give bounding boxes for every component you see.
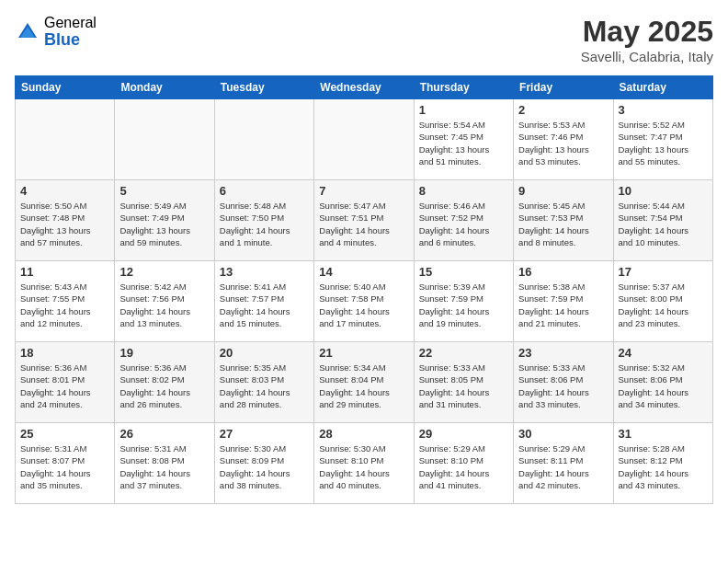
table-row: 10Sunrise: 5:44 AM Sunset: 7:54 PM Dayli… [613,180,712,261]
day-number: 21 [319,346,408,360]
table-row: 16Sunrise: 5:38 AM Sunset: 7:59 PM Dayli… [514,261,613,342]
table-row: 17Sunrise: 5:37 AM Sunset: 8:00 PM Dayli… [613,261,712,342]
day-number: 25 [20,427,109,441]
col-tuesday: Tuesday [214,76,313,99]
logo-icon [15,19,40,45]
table-row: 1Sunrise: 5:54 AM Sunset: 7:45 PM Daylig… [414,99,513,180]
table-row: 23Sunrise: 5:33 AM Sunset: 8:06 PM Dayli… [514,342,613,423]
day-info: Sunrise: 5:33 AM Sunset: 8:06 PM Dayligh… [518,362,608,410]
table-row: 25Sunrise: 5:31 AM Sunset: 8:07 PM Dayli… [16,423,115,504]
day-number: 28 [319,427,408,441]
table-row: 5Sunrise: 5:49 AM Sunset: 7:49 PM Daylig… [115,180,214,261]
col-thursday: Thursday [414,76,513,99]
col-saturday: Saturday [613,76,712,99]
day-info: Sunrise: 5:33 AM Sunset: 8:05 PM Dayligh… [419,362,508,410]
day-number: 2 [518,103,608,117]
day-number: 23 [518,346,608,360]
header: General Blue May 2025 Savelli, Calabria,… [15,15,713,64]
day-info: Sunrise: 5:38 AM Sunset: 7:59 PM Dayligh… [518,281,608,329]
day-number: 12 [119,265,209,279]
day-info: Sunrise: 5:47 AM Sunset: 7:51 PM Dayligh… [319,200,408,248]
table-row: 22Sunrise: 5:33 AM Sunset: 8:05 PM Dayli… [414,342,513,423]
calendar-week-2: 4Sunrise: 5:50 AM Sunset: 7:48 PM Daylig… [16,180,713,261]
day-info: Sunrise: 5:40 AM Sunset: 7:58 PM Dayligh… [319,281,408,329]
calendar-subtitle: Savelli, Calabria, Italy [581,49,713,64]
day-info: Sunrise: 5:53 AM Sunset: 7:46 PM Dayligh… [518,119,608,167]
day-info: Sunrise: 5:49 AM Sunset: 7:49 PM Dayligh… [119,200,209,248]
day-info: Sunrise: 5:36 AM Sunset: 8:02 PM Dayligh… [119,362,209,410]
table-row: 28Sunrise: 5:30 AM Sunset: 8:10 PM Dayli… [314,423,414,504]
table-row: 7Sunrise: 5:47 AM Sunset: 7:51 PM Daylig… [314,180,414,261]
calendar-table: Sunday Monday Tuesday Wednesday Thursday… [15,75,713,504]
day-number: 16 [518,265,608,279]
logo: General Blue [15,15,97,49]
table-row: 12Sunrise: 5:42 AM Sunset: 7:56 PM Dayli… [115,261,214,342]
logo-text: General Blue [44,15,97,49]
day-info: Sunrise: 5:31 AM Sunset: 8:08 PM Dayligh… [119,442,209,491]
table-row: 15Sunrise: 5:39 AM Sunset: 7:59 PM Dayli… [414,261,513,342]
logo-blue: Blue [44,31,97,50]
table-row [314,99,414,180]
day-info: Sunrise: 5:37 AM Sunset: 8:00 PM Dayligh… [619,281,708,329]
day-number: 31 [619,427,708,441]
table-row: 18Sunrise: 5:36 AM Sunset: 8:01 PM Dayli… [16,342,115,423]
day-info: Sunrise: 5:46 AM Sunset: 7:52 PM Dayligh… [419,200,508,248]
table-row: 6Sunrise: 5:48 AM Sunset: 7:50 PM Daylig… [214,180,313,261]
day-number: 24 [619,346,708,360]
table-row: 3Sunrise: 5:52 AM Sunset: 7:47 PM Daylig… [613,99,712,180]
day-info: Sunrise: 5:50 AM Sunset: 7:48 PM Dayligh… [20,200,109,248]
day-info: Sunrise: 5:29 AM Sunset: 8:10 PM Dayligh… [419,442,508,491]
col-sunday: Sunday [16,76,115,99]
day-info: Sunrise: 5:28 AM Sunset: 8:12 PM Dayligh… [619,442,708,491]
table-row: 26Sunrise: 5:31 AM Sunset: 8:08 PM Dayli… [115,423,214,504]
table-row: 21Sunrise: 5:34 AM Sunset: 8:04 PM Dayli… [314,342,414,423]
day-info: Sunrise: 5:41 AM Sunset: 7:57 PM Dayligh… [220,281,309,329]
day-info: Sunrise: 5:29 AM Sunset: 8:11 PM Dayligh… [518,442,608,491]
table-row: 27Sunrise: 5:30 AM Sunset: 8:09 PM Dayli… [214,423,313,504]
day-number: 8 [419,184,508,198]
table-row [16,99,115,180]
table-row: 30Sunrise: 5:29 AM Sunset: 8:11 PM Dayli… [514,423,613,504]
day-number: 11 [20,265,109,279]
table-row [115,99,214,180]
day-info: Sunrise: 5:30 AM Sunset: 8:10 PM Dayligh… [319,442,408,491]
day-number: 14 [319,265,408,279]
day-info: Sunrise: 5:43 AM Sunset: 7:55 PM Dayligh… [20,281,109,329]
day-info: Sunrise: 5:52 AM Sunset: 7:47 PM Dayligh… [619,119,708,167]
table-row: 9Sunrise: 5:45 AM Sunset: 7:53 PM Daylig… [514,180,613,261]
day-number: 19 [119,346,209,360]
day-number: 17 [619,265,708,279]
day-info: Sunrise: 5:45 AM Sunset: 7:53 PM Dayligh… [518,200,608,248]
day-info: Sunrise: 5:31 AM Sunset: 8:07 PM Dayligh… [20,442,109,491]
table-row: 11Sunrise: 5:43 AM Sunset: 7:55 PM Dayli… [16,261,115,342]
day-number: 10 [619,184,708,198]
table-row: 2Sunrise: 5:53 AM Sunset: 7:46 PM Daylig… [514,99,613,180]
day-number: 22 [419,346,508,360]
day-number: 1 [419,103,508,117]
calendar-week-5: 25Sunrise: 5:31 AM Sunset: 8:07 PM Dayli… [16,423,713,504]
day-number: 4 [20,184,109,198]
table-row: 19Sunrise: 5:36 AM Sunset: 8:02 PM Dayli… [115,342,214,423]
day-number: 13 [220,265,309,279]
table-row: 24Sunrise: 5:32 AM Sunset: 8:06 PM Dayli… [613,342,712,423]
day-info: Sunrise: 5:54 AM Sunset: 7:45 PM Dayligh… [419,119,508,167]
day-number: 20 [220,346,309,360]
calendar-week-4: 18Sunrise: 5:36 AM Sunset: 8:01 PM Dayli… [16,342,713,423]
day-number: 9 [518,184,608,198]
title-block: May 2025 Savelli, Calabria, Italy [581,15,713,64]
day-info: Sunrise: 5:48 AM Sunset: 7:50 PM Dayligh… [220,200,309,248]
col-wednesday: Wednesday [314,76,414,99]
table-row: 20Sunrise: 5:35 AM Sunset: 8:03 PM Dayli… [214,342,313,423]
day-info: Sunrise: 5:42 AM Sunset: 7:56 PM Dayligh… [119,281,209,329]
day-number: 27 [220,427,309,441]
table-row: 31Sunrise: 5:28 AM Sunset: 8:12 PM Dayli… [613,423,712,504]
day-number: 18 [20,346,109,360]
day-number: 26 [119,427,209,441]
day-number: 30 [518,427,608,441]
day-number: 7 [319,184,408,198]
col-friday: Friday [514,76,613,99]
day-number: 3 [619,103,708,117]
table-row: 8Sunrise: 5:46 AM Sunset: 7:52 PM Daylig… [414,180,513,261]
day-info: Sunrise: 5:30 AM Sunset: 8:09 PM Dayligh… [220,442,309,491]
table-row [214,99,313,180]
